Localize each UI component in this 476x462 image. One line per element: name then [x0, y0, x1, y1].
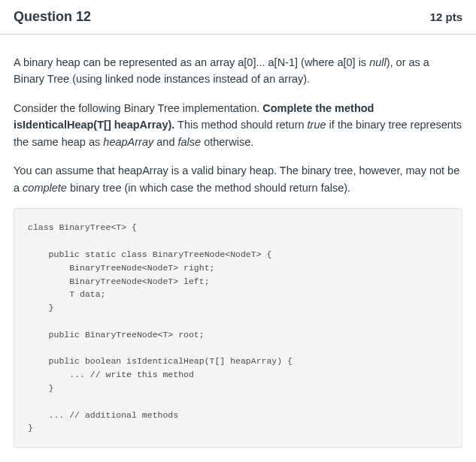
- para2-mid1: This method should return: [174, 119, 307, 131]
- question-points: 12 pts: [430, 11, 462, 23]
- paragraph-1: A binary heap can be represented as an a…: [14, 54, 462, 88]
- paragraph-3: You can assume that heapArray is a valid…: [14, 162, 462, 196]
- paragraph-2: Consider the following Binary Tree imple…: [14, 100, 462, 150]
- para2-heaparray: heapArray: [103, 136, 153, 148]
- code-block: class BinaryTree<T> { public static clas…: [14, 208, 462, 448]
- question-title: Question 12: [14, 9, 91, 25]
- para2-false: false: [177, 136, 201, 148]
- question-body: A binary heap can be represented as an a…: [0, 35, 476, 461]
- para2-text-prefix: Consider the following Binary Tree imple…: [14, 102, 262, 114]
- para2-true: true: [308, 119, 326, 131]
- para3-complete: complete: [23, 182, 67, 194]
- question-header: Question 12 12 pts: [0, 0, 476, 35]
- para1-text-prefix: A binary heap can be represented as an a…: [14, 56, 369, 68]
- para2-suffix: otherwise.: [201, 136, 253, 148]
- para3-suffix: binary tree (in which case the method sh…: [67, 182, 350, 194]
- para2-mid3: and: [153, 136, 177, 148]
- para1-null: null: [369, 56, 387, 68]
